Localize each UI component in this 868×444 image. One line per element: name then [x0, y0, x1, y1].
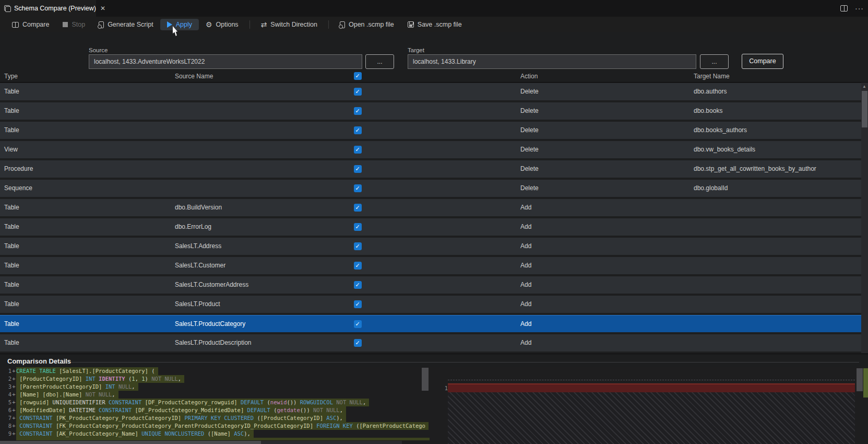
include-checkbox[interactable]	[354, 126, 362, 134]
cell-action: Delete	[520, 160, 539, 178]
save-scmp-button[interactable]: Save .scmp file	[401, 19, 469, 30]
compare-button[interactable]: Compare	[742, 54, 783, 69]
cell-action: Add	[520, 257, 531, 274]
table-row[interactable]: Table SalesLT.ProductCategory Add	[0, 315, 861, 332]
cell-type: Table	[4, 276, 19, 294]
table-row[interactable]: Table SalesLT.Address Add	[0, 238, 861, 255]
table-row[interactable]: Table dbo.ErrorLog Add	[0, 218, 861, 236]
include-checkbox[interactable]	[354, 223, 362, 231]
script-file-icon	[99, 21, 104, 28]
close-tab-icon[interactable]	[100, 5, 105, 12]
scroll-up-icon[interactable]	[862, 84, 866, 89]
cell-action: Delete	[520, 122, 539, 139]
open-scmp-button[interactable]: Open .scmp file	[333, 19, 401, 30]
column-header-target-name[interactable]: Target Name	[694, 73, 730, 80]
grid-scrollbar-thumb[interactable]	[862, 91, 867, 127]
tab-schema-compare[interactable]: Schema Compare (Preview)	[0, 0, 96, 17]
generate-script-button[interactable]: Generate Script	[92, 19, 160, 30]
cell-type: Table	[4, 257, 19, 274]
cell-source-name: SalesLT.Product	[175, 296, 220, 313]
cell-type: Table	[4, 218, 19, 236]
grid-header: Type Source Name Action Target Name	[0, 71, 868, 83]
switch-direction-button[interactable]: Switch Direction	[254, 19, 324, 30]
column-header-action[interactable]: Action	[520, 73, 538, 80]
include-checkbox[interactable]	[354, 204, 362, 212]
target-browse-button[interactable]: ...	[700, 54, 729, 69]
options-button[interactable]: Options	[199, 19, 245, 30]
code-line: 9+ CONSTRAINT [AK_ProductCategory_Name] …	[0, 430, 430, 438]
code-line: 5+ [rowguid] UNIQUEIDENTIFIER CONSTRAINT…	[0, 399, 430, 406]
table-row[interactable]: Table SalesLT.ProductDescription Add	[0, 334, 861, 352]
diff-filler-hatch	[448, 392, 855, 444]
source-input[interactable]	[89, 54, 362, 69]
cell-source-name: dbo.BuildVersion	[175, 199, 222, 216]
table-row[interactable]: View Delete dbo.vw_books_details	[0, 141, 861, 158]
diff-region-boundary	[448, 380, 855, 380]
table-row[interactable]: Table Delete dbo.books	[0, 102, 861, 120]
table-row[interactable]: Sequence Delete dbo.globalId	[0, 180, 861, 197]
cell-action: Delete	[520, 141, 539, 158]
grid-scrollbar[interactable]	[861, 83, 868, 353]
right-line-number: 1	[438, 384, 448, 392]
code-line: 8+ CONSTRAINT [FK_ProductCategory_Produc…	[0, 422, 430, 430]
include-checkbox[interactable]	[354, 88, 362, 96]
table-row[interactable]: Table SalesLT.Customer Add	[0, 257, 861, 274]
target-label: Target	[408, 47, 424, 53]
code-line-partial	[16, 438, 430, 440]
include-checkbox[interactable]	[354, 300, 362, 308]
target-input[interactable]	[408, 54, 696, 69]
include-checkbox[interactable]	[354, 165, 362, 173]
split-editor-icon[interactable]	[840, 5, 848, 11]
compare-toolbar-button[interactable]: Compare	[5, 19, 56, 30]
compare-label: Compare	[22, 21, 49, 28]
cell-source-name: dbo.ErrorLog	[175, 218, 211, 236]
diff-left-lines: 1+CREATE TABLE [SalesLT].[ProductCategor…	[0, 367, 430, 438]
generate-script-label: Generate Script	[108, 21, 153, 28]
include-checkbox[interactable]	[354, 281, 362, 289]
cell-target-name: dbo.vw_books_details	[694, 141, 755, 158]
cell-source-name: SalesLT.Address	[175, 238, 221, 255]
include-checkbox[interactable]	[354, 339, 362, 347]
include-checkbox[interactable]	[354, 107, 362, 115]
code-line: 2+ [ProductCategoryID] INT IDENTITY (1, …	[0, 375, 430, 383]
cell-type: Table	[4, 199, 19, 216]
right-pane-scrollbar-thumb[interactable]	[857, 368, 863, 391]
table-row[interactable]: Table dbo.BuildVersion Add	[0, 199, 861, 216]
cell-action: Add	[520, 276, 531, 294]
tab-bar: Schema Compare (Preview)	[0, 0, 868, 17]
grid-divider	[0, 354, 868, 354]
tab-title: Schema Compare (Preview)	[14, 5, 96, 12]
apply-button[interactable]: Apply	[160, 19, 199, 30]
table-row[interactable]: Procedure Delete dbo.stp_get_all_cowritt…	[0, 160, 861, 178]
left-pane-horizontal-scrollbar[interactable]	[0, 441, 402, 444]
schema-compare-icon	[4, 5, 11, 12]
code-line: 4+ [Name] [dbo].[Name] NOT NULL,	[0, 391, 430, 399]
table-row[interactable]: Table SalesLT.Product Add	[0, 296, 861, 313]
diff-right-pane[interactable]: 1 −	[438, 367, 868, 444]
select-all-checkbox[interactable]	[354, 72, 362, 80]
cell-type: Table	[4, 122, 19, 139]
code-line: 1+CREATE TABLE [SalesLT].[ProductCategor…	[0, 367, 430, 375]
column-header-source-name[interactable]: Source Name	[175, 73, 213, 80]
cell-target-name: dbo.globalId	[694, 180, 728, 197]
cell-action: Delete	[520, 83, 539, 100]
source-browse-button[interactable]: ...	[365, 54, 394, 69]
include-checkbox[interactable]	[354, 242, 362, 250]
include-checkbox[interactable]	[354, 146, 362, 154]
left-pane-hscroll-thumb[interactable]	[0, 441, 261, 444]
stop-button[interactable]: Stop	[56, 19, 92, 30]
column-header-type[interactable]: Type	[4, 73, 18, 80]
diff-left-pane[interactable]: 1+CREATE TABLE [SalesLT].[ProductCategor…	[0, 367, 430, 444]
include-checkbox[interactable]	[354, 320, 362, 328]
include-checkbox[interactable]	[354, 262, 362, 270]
table-row[interactable]: Table Delete dbo.books_authors	[0, 122, 861, 139]
table-row[interactable]: Table Delete dbo.authors	[0, 83, 861, 100]
include-checkbox[interactable]	[354, 184, 362, 192]
more-actions-icon[interactable]	[855, 4, 864, 13]
left-pane-scrollbar-thumb[interactable]	[422, 368, 429, 391]
table-row[interactable]: Table SalesLT.CustomerAddress Add	[0, 276, 861, 294]
grid-body: Table Delete dbo.authors Table Delete db…	[0, 83, 861, 354]
cell-source-name: SalesLT.ProductDescription	[175, 334, 252, 352]
cell-type: Sequence	[4, 180, 32, 197]
cell-type: Table	[4, 296, 19, 313]
